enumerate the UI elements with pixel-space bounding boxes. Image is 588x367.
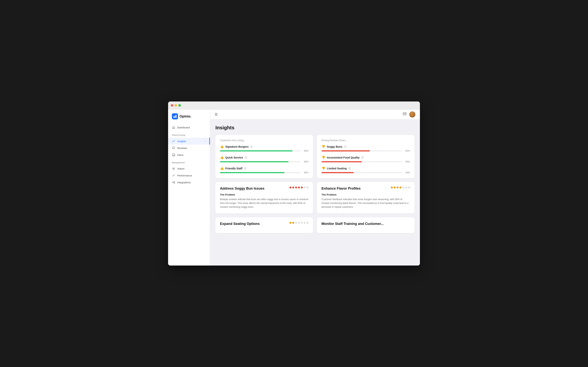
logo: Opinio.: [168, 113, 210, 124]
mail-icon[interactable]: [403, 112, 407, 117]
sidebar-item-reviews[interactable]: Reviews: [168, 145, 210, 151]
thumbup-icon-0: 👍: [220, 145, 224, 148]
progress-fill-d1: [321, 161, 362, 162]
close-button[interactable]: [171, 104, 173, 107]
dots-row-soggy: [289, 187, 309, 188]
svg-rect-0: [173, 116, 174, 118]
progress-row-1: 85%: [220, 160, 309, 163]
titlebar: [168, 101, 420, 109]
svg-point-8: [174, 183, 175, 184]
admin-icon: [172, 167, 175, 170]
driving-item-label-2: 👎 Limited Seating: [321, 167, 410, 170]
driving-down-card-header: Driving Reviews Down...: [321, 139, 410, 142]
avatar[interactable]: [409, 111, 415, 117]
sidebar-item-label-dashboard: Dashboard: [177, 126, 190, 129]
progress-row-d1: 50%: [321, 160, 410, 163]
integrations-icon: [172, 181, 175, 184]
progress-pct-d1: 50%: [404, 160, 410, 163]
dot-3: [295, 187, 297, 188]
action-card-flavor-title: Enhance Flavor Profiles: [321, 187, 361, 191]
progress-row-d2: 40%: [321, 171, 410, 174]
sidebar-item-label-admin: Admin: [177, 167, 185, 170]
logo-text: Opinio.: [179, 115, 191, 118]
progress-fill-2: [220, 172, 285, 173]
driving-item-label-1: 👎 Inconsistent Food Quality: [321, 156, 410, 159]
insights-icon: [172, 139, 175, 143]
action-card-flavor-header: Enhance Flavor Profiles: [321, 187, 410, 191]
svg-point-5: [173, 168, 174, 169]
insight-cards-row: Customers Are Loving... 👍 Signature Burg…: [215, 135, 415, 178]
progress-bg-d0: [321, 150, 402, 151]
dot-2: [292, 187, 294, 188]
sidebar-item-inbox[interactable]: Inbox: [168, 151, 210, 158]
loving-item-label-2: 👍 Friendly Staff: [220, 167, 309, 170]
dot-s5: [301, 222, 303, 224]
sidebar-item-label-integrations: Integrations: [177, 181, 191, 184]
svg-point-7: [174, 181, 175, 182]
progress-pct-d0: 60%: [404, 150, 410, 152]
svg-rect-4: [172, 154, 175, 156]
progress-bg-1: [220, 161, 301, 162]
problem-text-flavor: Customer feedback indicates that some bu…: [321, 197, 410, 209]
partial-card-staff-header: Monitor Staff Training and Customer...: [321, 222, 410, 226]
dot-f7: [408, 187, 410, 188]
dots-row-flavor: [391, 187, 410, 188]
problem-label-soggy: The Problem: [220, 193, 309, 196]
problem-text-soggy: Multiple reviews indicate that buns are …: [220, 197, 309, 209]
sidebar-item-dashboard[interactable]: Dashboard: [168, 124, 210, 131]
progress-pct-0: 90%: [302, 150, 309, 152]
svg-line-9: [173, 182, 174, 182]
partial-card-staff-title: Monitor Staff Training and Customer...: [321, 222, 384, 226]
dot-f4: [400, 187, 401, 188]
progress-row-d0: 60%: [321, 150, 410, 152]
progress-pct-d2: 40%: [404, 171, 410, 174]
topnav: ☰: [210, 109, 420, 119]
loving-card: Customers Are Loving... 👍 Signature Burg…: [215, 135, 313, 178]
topnav-left: ☰: [215, 112, 218, 117]
dot-4: [298, 187, 300, 188]
svg-rect-11: [403, 113, 406, 115]
home-icon: [172, 126, 175, 129]
progress-row-0: 90%: [220, 150, 309, 152]
thumbdown-icon-1: 👎: [321, 156, 325, 159]
info-dot-1: [244, 156, 247, 159]
sidebar: Opinio. Dashboard Client Facing: [168, 109, 210, 266]
info-dot-d1: [361, 156, 364, 159]
chevron-right-icon: ›: [205, 140, 205, 142]
svg-line-10: [173, 183, 174, 183]
dot-7: [307, 187, 309, 188]
dot-s1: [289, 222, 291, 224]
info-dot-d2: [348, 167, 351, 170]
dot-s2: [292, 222, 294, 224]
sidebar-item-label-reviews: Reviews: [177, 147, 187, 150]
minimize-button[interactable]: [175, 104, 177, 107]
info-dot-d0: [344, 145, 347, 148]
action-card-soggy-title: Address Soggy Bun Issues: [220, 187, 264, 191]
driving-down-card: Driving Reviews Down... 👎 Soggy Buns: [317, 135, 415, 178]
sidebar-item-integrations[interactable]: Integrations: [168, 179, 210, 186]
thumbdown-icon-2: 👎: [321, 167, 325, 170]
reviews-icon: [172, 146, 175, 150]
content-area: Insights Customers Are Loving... 👍 Signa…: [210, 119, 420, 266]
page-title: Insights: [215, 125, 415, 131]
thumbdown-icon-0: 👎: [321, 145, 325, 148]
app-window: Opinio. Dashboard Client Facing: [168, 101, 420, 266]
sidebar-item-performance[interactable]: Performance: [168, 172, 210, 179]
progress-pct-1: 85%: [302, 160, 309, 163]
loving-item-2: 👍 Friendly Staff 80%: [220, 167, 309, 174]
progress-fill-0: [220, 150, 293, 151]
sidebar-item-insights[interactable]: Insights ›: [168, 138, 210, 145]
driving-item-2: 👎 Limited Seating 40%: [321, 167, 410, 174]
sidebar-item-admin[interactable]: Admin: [168, 165, 210, 172]
hamburger-icon[interactable]: ☰: [215, 112, 218, 117]
dot-6: [304, 187, 306, 188]
progress-pct-2: 80%: [302, 171, 309, 174]
svg-rect-1: [175, 116, 175, 118]
partial-card-staff: Monitor Staff Training and Customer...: [317, 217, 415, 233]
dot-s3: [295, 222, 297, 224]
dot-5: [301, 187, 303, 188]
loving-item-label-1: 👍 Quick Service: [220, 156, 309, 159]
fullscreen-button[interactable]: [178, 104, 181, 107]
progress-fill-d0: [321, 150, 370, 151]
dot-f6: [405, 187, 407, 188]
